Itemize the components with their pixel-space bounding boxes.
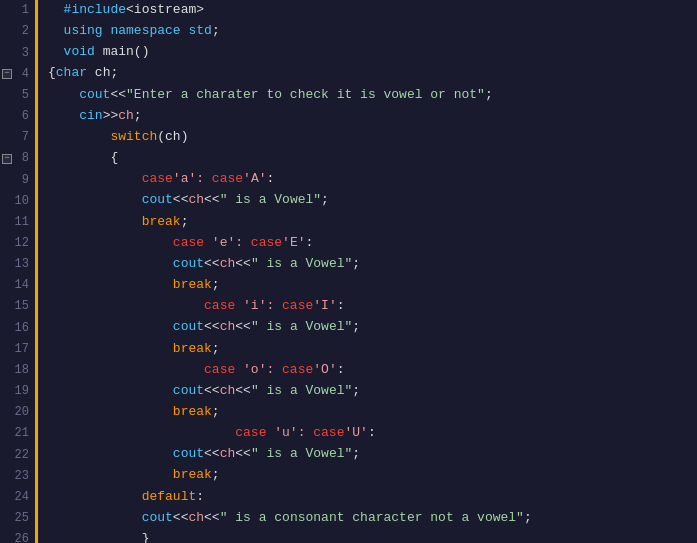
- token: " is a Vowel": [251, 317, 352, 337]
- token: ;: [321, 190, 329, 210]
- token: ;: [212, 402, 220, 422]
- token: [48, 212, 142, 232]
- code-line-17: break;: [48, 339, 689, 360]
- token: case: [282, 360, 313, 380]
- token: ;: [352, 317, 360, 337]
- token: [48, 127, 110, 147]
- token: <<: [204, 381, 220, 401]
- line-number-5: 5: [0, 85, 35, 106]
- token: <<: [173, 190, 189, 210]
- token: [103, 21, 111, 41]
- line-number-3: 3: [0, 42, 35, 63]
- token: "Enter a charater to check it is vowel o…: [126, 85, 485, 105]
- token: [48, 106, 79, 126]
- token: }: [79, 529, 149, 543]
- token: cin: [79, 106, 102, 126]
- token: <<: [235, 444, 251, 464]
- line-number-21: 21: [0, 423, 35, 444]
- token: [48, 487, 142, 507]
- line-number-16: 16: [0, 317, 35, 338]
- token: void: [64, 42, 95, 62]
- code-line-18: case 'o': case'O':: [48, 360, 689, 381]
- line-number-26: 26: [0, 529, 35, 543]
- token: break: [173, 339, 212, 359]
- collapse-icon-4[interactable]: −: [2, 69, 12, 79]
- token: :: [368, 423, 376, 443]
- token: ch: [118, 106, 134, 126]
- token: ch: [220, 381, 236, 401]
- token: ch: [220, 444, 236, 464]
- token: " is a Vowel": [251, 444, 352, 464]
- token: " is a Vowel": [251, 254, 352, 274]
- token: [48, 339, 173, 359]
- line-number-19: 19: [0, 381, 35, 402]
- token: main(): [95, 42, 150, 62]
- token: case: [282, 296, 313, 316]
- token: :: [305, 233, 313, 253]
- token: [181, 21, 189, 41]
- token: :: [337, 360, 345, 380]
- token: 'a':: [173, 169, 212, 189]
- code-line-21: case 'u': case'U':: [48, 423, 689, 444]
- token: ch: [188, 508, 204, 528]
- line-number-25: 25: [0, 508, 35, 529]
- token: ;: [485, 85, 493, 105]
- line-number-20: 20: [0, 402, 35, 423]
- token: [48, 508, 142, 528]
- token: default: [142, 487, 197, 507]
- code-line-24: default:: [48, 487, 689, 508]
- token: [48, 0, 64, 20]
- code-line-12: case 'e': case'E':: [48, 233, 689, 254]
- token: cout: [79, 85, 110, 105]
- code-line-4: {char ch;: [48, 63, 689, 84]
- line-number-10: 10: [0, 190, 35, 211]
- token: 'O': [313, 360, 336, 380]
- token: break: [173, 465, 212, 485]
- token: {: [110, 148, 118, 168]
- token: ;: [212, 21, 220, 41]
- token: <<: [204, 254, 220, 274]
- collapse-icon-8[interactable]: −: [2, 154, 12, 164]
- token: 'i':: [235, 296, 282, 316]
- token: " is a Vowel": [251, 381, 352, 401]
- token: " is a Vowel": [220, 190, 321, 210]
- token: [48, 254, 173, 274]
- token: <<: [235, 254, 251, 274]
- token: 'E': [282, 233, 305, 253]
- token: [48, 529, 79, 543]
- code-line-6: cin>>ch;: [48, 106, 689, 127]
- token: cout: [173, 381, 204, 401]
- line-number-22: 22: [0, 444, 35, 465]
- line-number-18: 18: [0, 360, 35, 381]
- code-editor: 123−4567−8910111213141516171819202122232…: [0, 0, 697, 543]
- code-line-25: cout<<ch<<" is a consonant character not…: [48, 508, 689, 529]
- line-number-17: 17: [0, 339, 35, 360]
- token: switch: [110, 127, 157, 147]
- line-number-2: 2: [0, 21, 35, 42]
- code-line-22: cout<<ch<<" is a Vowel";: [48, 444, 689, 465]
- line-number-4: −4: [0, 63, 35, 84]
- line-number-13: 13: [0, 254, 35, 275]
- token: [48, 423, 235, 443]
- token: break: [173, 402, 212, 422]
- token: [48, 21, 64, 41]
- token: <<: [235, 317, 251, 337]
- code-line-2: using namespace std;: [48, 21, 689, 42]
- token: [48, 296, 204, 316]
- token: char: [56, 63, 87, 83]
- token: case: [204, 360, 235, 380]
- token: ;: [352, 444, 360, 464]
- token: [48, 85, 79, 105]
- token: [48, 148, 110, 168]
- token: 'o':: [235, 360, 282, 380]
- token: >>: [103, 106, 119, 126]
- token: :: [196, 487, 204, 507]
- code-line-1: #include<iostream>: [48, 0, 689, 21]
- code-line-20: break;: [48, 402, 689, 423]
- line-numbers: 123−4567−8910111213141516171819202122232…: [0, 0, 38, 543]
- code-line-8: {: [48, 148, 689, 169]
- token: [48, 42, 64, 62]
- token: using: [64, 21, 103, 41]
- code-line-11: break;: [48, 212, 689, 233]
- token: <<: [173, 508, 189, 528]
